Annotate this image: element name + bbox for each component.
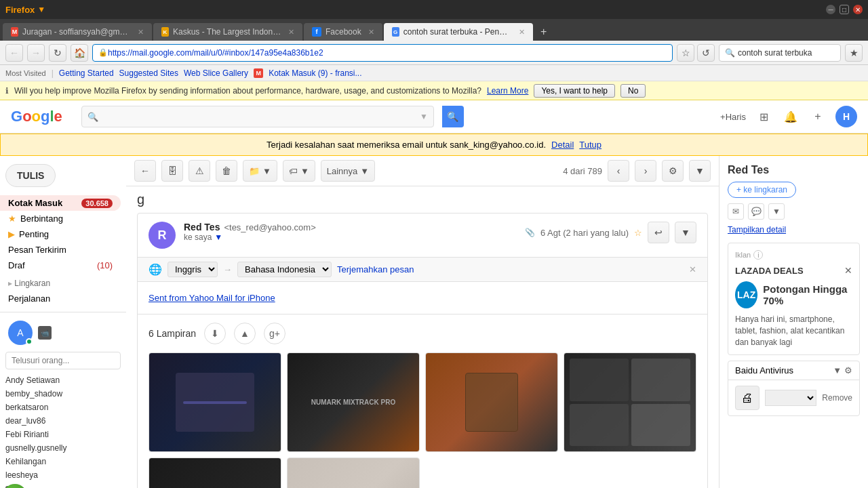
translate-action-btn[interactable]: Terjemahkan pesan	[337, 264, 414, 274]
tab-close-fb[interactable]: ✕	[368, 28, 374, 37]
star-email-icon[interactable]: ☆	[634, 228, 642, 238]
tab-google-search[interactable]: G contoh surat terbuka - Penelusuran G..…	[384, 23, 533, 41]
baidu-collapse-btn[interactable]: ▼	[833, 365, 842, 375]
user-avatar[interactable]: H	[835, 106, 857, 127]
more-btn[interactable]: Lainnya ▼	[321, 160, 375, 182]
contact-andy[interactable]: Andy Setiawan	[5, 373, 121, 387]
people-search-input[interactable]	[5, 352, 121, 369]
translate-close-icon[interactable]: ✕	[689, 264, 696, 274]
web-slice-link[interactable]: Web Slice Gallery	[184, 68, 248, 78]
contact-febi[interactable]: Febi Ririanti	[5, 428, 121, 441]
attachment-6[interactable]	[287, 458, 420, 488]
to-dropdown[interactable]: ▼	[214, 232, 222, 242]
labels-btn[interactable]: 🏷 ▼	[283, 160, 315, 182]
email-contact-icon[interactable]: ✉	[728, 203, 744, 220]
archive-btn[interactable]: 🗄	[161, 160, 183, 182]
move-to-btn[interactable]: 📁 ▼	[243, 160, 277, 182]
contact-leesheya[interactable]: leesheya	[5, 468, 121, 482]
compose-btn[interactable]: TULIS	[5, 164, 56, 187]
alert-close-btn[interactable]: Tutup	[579, 140, 601, 150]
alert-detail-link[interactable]: Detail	[551, 140, 574, 150]
yes-btn[interactable]: Yes, I want to help	[534, 84, 615, 98]
back-btn[interactable]: ←	[5, 44, 23, 62]
tab-close-google[interactable]: ✕	[519, 28, 525, 37]
attachment-2[interactable]: NUMARK MIXTRACK PRO	[287, 352, 420, 452]
baidu-select[interactable]	[765, 390, 816, 406]
report-spam-btn[interactable]: ⚠	[189, 160, 210, 182]
ad-close-btn[interactable]: ✕	[844, 265, 852, 276]
user-plus-label[interactable]: +Haris	[720, 112, 746, 122]
suggested-sites-link[interactable]: Suggested Sites	[119, 68, 178, 78]
tab-facebook[interactable]: f Facebook ✕	[304, 23, 382, 41]
save-to-drive-btn[interactable]: ▲	[234, 323, 256, 344]
attachment-1[interactable]	[149, 352, 281, 452]
minimize-btn[interactable]: ─	[826, 5, 835, 14]
gmail-search-btn[interactable]: 🔍	[442, 106, 464, 127]
sidebar-section-circles[interactable]: ▸ Lingkaran	[0, 276, 126, 291]
address-bar[interactable]: 🔒 https://mail.google.com/mail/u/0/#inbo…	[92, 44, 673, 62]
settings-dropdown-btn[interactable]: ▼	[689, 160, 711, 182]
gmail-search-box[interactable]: 🔍 ▼	[81, 106, 434, 127]
tab-kaskus[interactable]: K Kaskus - The Largest Indonesian Com...…	[153, 23, 302, 41]
baidu-settings-icon[interactable]: ⚙	[844, 365, 852, 375]
getting-started-link[interactable]: Getting Started	[59, 68, 114, 78]
add-account-icon[interactable]: +	[808, 107, 827, 126]
sidebar-item-sent[interactable]: Pesan Terkirim	[0, 242, 121, 258]
tab-add-btn[interactable]: +	[534, 23, 553, 41]
forward-btn[interactable]: →	[27, 44, 45, 62]
more-contact-icon[interactable]: ▼	[768, 203, 785, 220]
maximize-btn[interactable]: □	[840, 5, 849, 14]
next-page-btn[interactable]: ›	[635, 160, 656, 182]
bookmarks-btn[interactable]: ★	[845, 44, 863, 62]
sidebar-item-travel[interactable]: Perjalanan	[0, 291, 121, 306]
attachment-4[interactable]	[564, 352, 696, 452]
attachment-3[interactable]	[425, 352, 558, 452]
sidebar-item-inbox[interactable]: Kotak Masuk 30.658	[0, 195, 121, 211]
contact-kehilangan[interactable]: Kehilangan	[5, 455, 121, 468]
yahoo-mail-link[interactable]: Sent from Yahoo Mail for iPhone	[149, 293, 275, 303]
show-details-link[interactable]: Tampilkan detail	[728, 225, 860, 235]
reply-btn[interactable]: ↩	[648, 222, 669, 243]
notifications-icon[interactable]: 🔔	[781, 107, 800, 126]
sidebar-item-drafts[interactable]: Draf (10)	[0, 258, 121, 273]
apps-icon[interactable]: ⊞	[754, 107, 773, 126]
reload-btn[interactable]: ↻	[49, 44, 66, 62]
contact-bemby[interactable]: bemby_shadow	[5, 387, 121, 401]
translate-from-select[interactable]: Inggris	[167, 262, 218, 277]
sidebar-item-starred[interactable]: ★ Berbintang	[0, 211, 121, 226]
video-chat-icon[interactable]: 📹	[38, 326, 52, 340]
back-to-inbox-btn[interactable]: ←	[134, 160, 156, 182]
tab-close-kaskus[interactable]: ✕	[288, 28, 294, 37]
gmail-bm-link[interactable]: Kotak Masuk (9) - fransi...	[269, 68, 361, 78]
bookmark-star[interactable]: ☆	[677, 44, 694, 62]
add-circle-btn[interactable]: + ke lingkaran	[728, 182, 796, 198]
home-btn[interactable]: 🏠	[71, 44, 88, 62]
search-dropdown[interactable]: ▼	[420, 112, 428, 121]
attachment-5[interactable]: NU	[149, 458, 281, 488]
settings-btn[interactable]: ⚙	[662, 160, 684, 182]
most-visited-label[interactable]: Most Visited	[5, 69, 46, 77]
firefox-dropdown[interactable]: ▼	[37, 5, 45, 14]
ad-info-icon[interactable]: i	[753, 250, 763, 260]
refresh-btn2[interactable]: ↺	[697, 44, 715, 62]
no-btn[interactable]: No	[620, 84, 646, 98]
search-bar[interactable]: 🔍 contoh surat terbuka	[719, 44, 841, 62]
share-btn[interactable]: g+	[264, 323, 285, 344]
contact-berkatsaron[interactable]: berkatsaron	[5, 401, 121, 414]
delete-btn[interactable]: 🗑	[216, 160, 237, 182]
download-all-btn[interactable]: ⬇	[204, 323, 226, 344]
more-email-btn[interactable]: ▼	[675, 222, 696, 243]
translate-to-select[interactable]: Bahasa Indonesia	[237, 262, 332, 277]
contact-gusnelly[interactable]: gusnelly.gusnelly	[5, 441, 121, 455]
tab-close-gmail[interactable]: ✕	[138, 28, 144, 37]
close-btn[interactable]: ✕	[853, 5, 863, 14]
sidebar-item-important[interactable]: ▶ Penting	[0, 226, 121, 242]
prev-page-btn[interactable]: ‹	[608, 160, 629, 182]
gmail-search-input[interactable]	[104, 111, 414, 122]
baidu-remove-btn[interactable]: Remove	[822, 393, 852, 403]
contact-dear[interactable]: dear_luv86	[5, 414, 121, 428]
chat-contact-icon[interactable]: 💬	[748, 203, 764, 220]
tab-gmail[interactable]: M Juragan - soffiansyah@gmail.com - ... …	[3, 23, 152, 41]
learn-more-link[interactable]: Learn More	[487, 86, 528, 96]
user-avatar-widget[interactable]: A	[8, 321, 33, 345]
